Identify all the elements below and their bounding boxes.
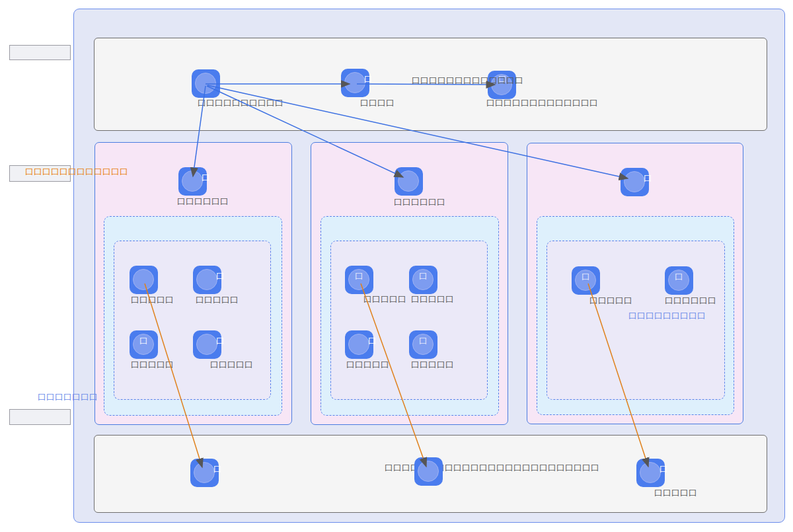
bottom-node-3-icon[interactable]: 口 <box>636 459 665 487</box>
top-node-1-icon[interactable] <box>192 69 220 98</box>
tofu-glyph: 口 <box>419 335 428 347</box>
tofu-glyph: 口 <box>364 73 373 85</box>
top-node-3-label: 口口口口口口口口口口口口口 <box>486 98 598 108</box>
top-node-2-label: 口口口口 <box>360 98 395 108</box>
col3-note-label: 口口口口口口口口口 <box>628 311 706 321</box>
node-disc <box>196 269 217 290</box>
col2-node-d-label: 口口口口口 <box>411 360 454 369</box>
tofu-glyph: 口 <box>139 335 148 347</box>
top-edge-label: 口口口口口口口口口口口口口 <box>412 76 523 85</box>
tofu-glyph: 口 <box>368 335 377 347</box>
tofu-glyph: 口 <box>213 463 222 475</box>
tofu-glyph: 口 <box>582 271 590 283</box>
col1-node-c-label: 口口口口口 <box>131 360 174 369</box>
side-label-box-top <box>9 45 71 60</box>
node-disc <box>640 462 661 483</box>
col2-top-node-label: 口口口口口口 <box>394 198 445 207</box>
col1-node-a-label: 口口口口口 <box>131 295 174 305</box>
col1-node-c-icon[interactable]: 口 <box>130 330 158 359</box>
column-2-dashed-inner <box>330 241 488 400</box>
col2-top-node-icon[interactable] <box>395 167 423 196</box>
node-disc <box>195 73 216 94</box>
col2-node-b-label: 口口口口口 <box>411 295 454 304</box>
node-disc <box>196 334 217 355</box>
top-node-2-icon[interactable]: 口 <box>341 69 369 97</box>
col1-top-node-icon[interactable]: 口 <box>178 167 207 196</box>
tofu-glyph: 口 <box>355 270 363 282</box>
diagram-canvas: 口口口口口口口口口口口口 口口口口口口口 口口口口口口口口口口 口 口口口口 口… <box>0 0 793 532</box>
tofu-glyph: 口 <box>419 270 428 282</box>
col2-node-b-icon[interactable]: 口 <box>409 266 437 294</box>
col2-node-c-label: 口口口口口 <box>346 360 389 369</box>
bottom-node-2-icon[interactable] <box>414 457 443 486</box>
tofu-glyph: 口 <box>644 172 652 184</box>
node-disc <box>418 461 439 482</box>
col1-node-b-label: 口口口口口 <box>196 295 239 305</box>
node-disc <box>348 334 369 355</box>
col1-node-d-icon[interactable]: 口 <box>193 330 221 359</box>
col1-node-d-label: 口口口口口 <box>210 360 253 369</box>
col1-node-a-icon[interactable] <box>130 266 158 294</box>
col3-top-node-icon[interactable]: 口 <box>621 168 649 196</box>
col3-node-a-label: 口口口口口 <box>589 296 632 305</box>
tofu-glyph: 口 <box>216 335 225 347</box>
col2-node-a-icon[interactable]: 口 <box>345 266 373 294</box>
col1-top-node-label: 口口口口口口 <box>177 197 229 206</box>
col3-node-b-icon[interactable]: 口 <box>665 266 693 295</box>
side-blue-label: 口口口口口口口 <box>38 393 98 402</box>
node-disc <box>624 171 645 192</box>
tofu-glyph: 口 <box>675 271 683 283</box>
node-disc <box>398 171 419 192</box>
col1-node-b-icon[interactable]: 口 <box>193 266 221 294</box>
side-orange-label: 口口口口口口口口口口口口 <box>25 167 128 176</box>
tofu-glyph: 口 <box>202 172 210 184</box>
node-disc <box>133 269 154 290</box>
tofu-glyph: 口 <box>660 463 668 475</box>
col3-node-a-icon[interactable]: 口 <box>572 266 600 295</box>
tofu-glyph: 口 <box>216 270 225 282</box>
bottom-node-3-label: 口口口口口 <box>654 488 697 498</box>
column-1-dashed-inner <box>114 241 271 400</box>
top-node-1-label: 口口口口口口口口口口 <box>198 98 283 108</box>
col2-node-d-icon[interactable]: 口 <box>409 330 437 359</box>
node-disc <box>194 462 215 483</box>
col2-node-c-icon[interactable]: 口 <box>345 330 373 359</box>
node-disc <box>344 72 365 93</box>
side-label-box-bottom <box>9 409 71 425</box>
node-disc <box>182 171 203 192</box>
col3-node-b-label: 口口口口口口 <box>665 296 716 305</box>
col2-node-a-label: 口口口口口 <box>363 295 406 304</box>
bottom-node-1-icon[interactable]: 口 <box>190 459 219 487</box>
